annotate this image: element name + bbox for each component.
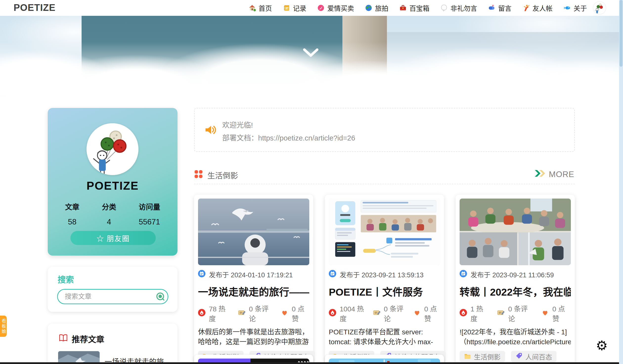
- nav-item-friends[interactable]: 友人帐: [522, 3, 553, 13]
- welcome-box: 欢迎光临! 部署文档：https://poetize.cn/article?id…: [194, 108, 575, 152]
- scroll-down-chevron-icon[interactable]: [302, 47, 319, 59]
- article-date: 发布于 2024-01-10 17:19:21: [209, 270, 293, 279]
- more-label: MORE: [549, 170, 574, 179]
- user-avatar[interactable]: [593, 2, 606, 14]
- welcome-doc-link[interactable]: 部署文档：https://poetize.cn/article?id=26: [222, 132, 355, 142]
- article-excerpt: ![2022年冬，我在临沂城送外卖 - 1]（https://file.poet…: [460, 327, 571, 347]
- nav-label: 关于: [574, 3, 587, 13]
- section-title: 生活倒影: [207, 169, 238, 181]
- article-title[interactable]: 转载丨2022年冬，我在临…: [460, 284, 571, 299]
- like-count: 0 点赞: [292, 303, 309, 323]
- nav-item-home[interactable]: 首页: [248, 3, 272, 13]
- comment-count: 0 条评论: [508, 303, 533, 323]
- nav-label: 百宝箱: [409, 3, 429, 13]
- article-card[interactable]: 发布于 2023-09-21 11:06:59 转载丨2022年冬，我在临… 1…: [456, 195, 575, 364]
- heart-icon: [541, 309, 549, 318]
- heat-count: 78 热度: [209, 303, 230, 323]
- top-navbar: POETIZE 首页 记录 爱情买卖 旅拍 百宝箱: [0, 0, 619, 16]
- nav-item-travel[interactable]: 旅拍: [365, 3, 388, 13]
- brand-logo[interactable]: POETIZE: [14, 2, 56, 13]
- footer-edge: [0, 362, 619, 364]
- heat-count: 1 热度: [470, 303, 489, 323]
- article-date: 发布于 2023-09-21 11:06:59: [470, 270, 554, 279]
- page-scrollbar[interactable]: [619, 0, 623, 364]
- dashed-divider: [194, 184, 575, 184]
- article-card[interactable]: 发布于 2024-01-10 17:19:21 一场说走就走的旅行——… 78 …: [194, 195, 313, 364]
- like-count: 0 点赞: [552, 303, 571, 323]
- stat-value: 58: [65, 218, 79, 226]
- article-card[interactable]: 发布于 2023-09-21 13:59:13 POETIZE丨文件服务 100…: [325, 195, 444, 364]
- article-date-row: 发布于 2024-01-10 17:19:21: [198, 270, 309, 279]
- article-excerpt: POETIZE存储平台配置 server: tomcat: 请求体最大允许大小 …: [329, 327, 440, 347]
- article-image-screenshots: [329, 199, 440, 265]
- globe-icon: [365, 4, 372, 12]
- profile-avatar[interactable]: [87, 123, 138, 175]
- kanban-girl-badge[interactable]: 看板娘: [0, 316, 7, 337]
- heart-icon: [281, 309, 288, 318]
- search-input[interactable]: [57, 289, 168, 304]
- recommended-title-row: 推荐文章: [59, 333, 104, 345]
- stat-label: 分类: [102, 201, 116, 212]
- welcome-greeting: 欢迎光临!: [222, 119, 253, 130]
- fire-icon: [460, 309, 467, 318]
- calendar-icon: [460, 270, 467, 279]
- double-chevron-icon: [534, 169, 545, 179]
- article-title[interactable]: 一场说走就走的旅行——…: [198, 284, 309, 299]
- search-icon[interactable]: [156, 292, 165, 301]
- recommended-articles-card: 推荐文章 一场说走就走的旅…: [48, 324, 178, 364]
- profile-card: POETIZE 文章 58 分类 4 访问量 55671 ☆ 朋友圈: [48, 108, 178, 256]
- comment-icon: [497, 309, 505, 318]
- fire-icon: [198, 309, 205, 318]
- comment-count: 0 条评论: [384, 303, 405, 323]
- nav-item-no-rude-words[interactable]: 非礼勿言: [440, 3, 477, 13]
- nav-label: 非礼勿言: [450, 3, 477, 13]
- speech-bubble-icon: [440, 4, 448, 12]
- nav-item-treasure-box[interactable]: 百宝箱: [399, 3, 429, 13]
- like-count: 0 点赞: [424, 303, 440, 323]
- article-stats-row: 1 热度 0 条评论 0 点赞: [460, 303, 571, 323]
- comment-icon: [238, 309, 245, 318]
- article-stats-row: 78 热度 0 条评论 0 点赞: [198, 303, 309, 323]
- stat-categories: 分类 4: [102, 201, 116, 226]
- dancer-icon: [522, 4, 530, 12]
- article-date: 发布于 2023-09-21 13:59:13: [340, 270, 423, 279]
- scrollbar-thumb[interactable]: [620, 0, 623, 67]
- article-image-seagulls: [198, 199, 309, 265]
- heart-icon: [413, 309, 421, 318]
- speaker-icon: [203, 123, 217, 138]
- nav-label: 记录: [293, 3, 306, 13]
- heat-count: 1004 热度: [340, 303, 365, 323]
- section-title-row: 生活倒影: [194, 169, 238, 181]
- stat-visits: 访问量 55671: [139, 201, 160, 226]
- nav-label: 旅拍: [375, 3, 388, 13]
- fire-icon: [329, 309, 336, 318]
- nav-item-about[interactable]: 关于: [563, 3, 587, 13]
- grid-icon: [194, 170, 203, 181]
- more-link[interactable]: MORE: [534, 169, 574, 179]
- article-title[interactable]: POETIZE丨文件服务: [329, 284, 440, 299]
- stat-value: 55671: [139, 218, 160, 226]
- nav-item-message-board[interactable]: 留言: [488, 3, 512, 13]
- stat-label: 文章: [65, 201, 79, 212]
- article-date-row: 发布于 2023-09-21 13:59:13: [329, 270, 440, 279]
- mailbox-icon: [488, 4, 495, 12]
- nav-label: 留言: [498, 3, 512, 13]
- recommended-title: 推荐文章: [72, 333, 104, 345]
- nav-item-love-market[interactable]: 爱情买卖: [317, 3, 354, 13]
- search-card: 搜索: [48, 267, 178, 312]
- hero-banner: [0, 0, 619, 106]
- search-title: 搜索: [58, 273, 74, 285]
- comment-icon: [373, 309, 380, 318]
- friend-circle-button[interactable]: ☆ 朋友圈: [70, 231, 156, 245]
- lipstick-icon: [317, 4, 325, 12]
- open-book-icon: [59, 334, 68, 344]
- stat-value: 4: [102, 218, 116, 226]
- section-header: 生活倒影 MORE: [194, 169, 575, 181]
- nav-label: 爱情买卖: [327, 3, 354, 13]
- fish-icon: [563, 4, 571, 12]
- settings-gear-icon[interactable]: ⚙: [596, 339, 608, 352]
- article-date-row: 发布于 2023-09-21 11:06:59: [460, 270, 571, 279]
- nav-item-records[interactable]: 记录: [283, 3, 306, 13]
- stat-label: 访问量: [139, 201, 160, 212]
- article-cards-row: 发布于 2024-01-10 17:19:21 一场说走就走的旅行——… 78 …: [194, 195, 575, 364]
